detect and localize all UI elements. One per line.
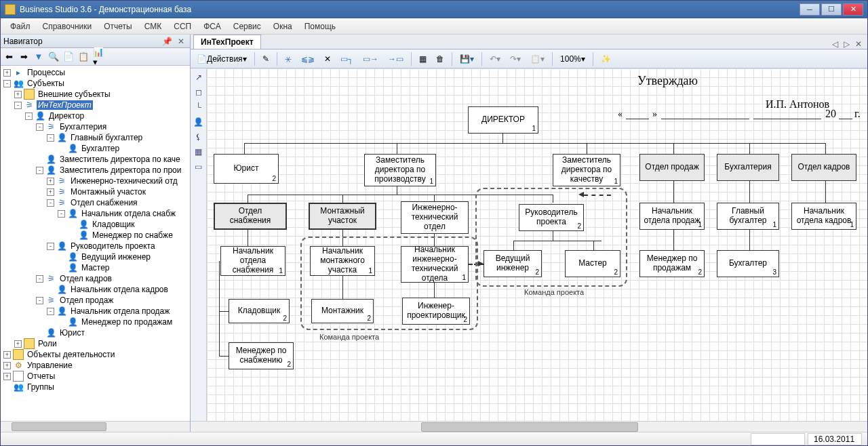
tree-row[interactable]: 👤Бухгалтер bbox=[1, 143, 190, 154]
menu-windows[interactable]: Окна bbox=[268, 19, 298, 34]
box-itd[interactable]: Инженерно-технический отдел bbox=[401, 201, 469, 234]
canvas-hscroll[interactable] bbox=[191, 421, 867, 432]
nav-close-icon[interactable]: ✕ bbox=[175, 37, 187, 46]
nav-report-icon[interactable]: 📊▾ bbox=[93, 52, 104, 62]
collapse-icon[interactable]: - bbox=[36, 167, 43, 174]
nav-prop-icon[interactable]: 📋 bbox=[78, 52, 89, 62]
collapse-icon[interactable]: - bbox=[25, 113, 33, 120]
pin-icon[interactable]: 📌 bbox=[159, 37, 175, 46]
tree-row[interactable]: -👥Субъекты bbox=[1, 78, 190, 89]
tree-row[interactable]: 👤Ведущий инженер bbox=[1, 251, 190, 262]
pal-conn-icon[interactable]: └ bbox=[193, 101, 205, 113]
hier-icon[interactable]: ⚹ bbox=[281, 52, 295, 66]
tab-next-icon[interactable]: ▷ bbox=[841, 39, 852, 49]
pal-person-icon[interactable]: 👤 bbox=[193, 116, 205, 128]
tree-row[interactable]: 👤Кладовщик bbox=[1, 219, 190, 230]
undo-icon[interactable]: ↶▾ bbox=[486, 52, 504, 66]
canvas[interactable]: Утверждаю « » И.П. Антонов 20 г. ДИРЕКТО… bbox=[207, 68, 867, 421]
box-ing-proekt[interactable]: Инженер-проектировщик2 bbox=[402, 298, 470, 325]
nav-new-icon[interactable]: 📄 bbox=[63, 52, 74, 62]
tab-prev-icon[interactable]: ◁ bbox=[829, 39, 841, 49]
cut-icon[interactable]: 📋▾ bbox=[527, 52, 548, 66]
box-zam-kach[interactable]: Заместитель директора по качеству1 bbox=[553, 154, 620, 186]
box-men-prodazh[interactable]: Менеджер по продажам2 bbox=[639, 250, 705, 277]
box-mont-uch[interactable]: Монтажный участок bbox=[309, 203, 376, 230]
minimize-button[interactable]: ─ bbox=[800, 3, 820, 16]
collapse-icon[interactable]: - bbox=[3, 80, 11, 87]
expand-icon[interactable]: + bbox=[3, 362, 11, 369]
box-glav-buh[interactable]: Главный бухгалтер1 bbox=[717, 203, 779, 230]
tree-row[interactable]: +⚞Монтажный участок bbox=[1, 186, 190, 197]
tree-row[interactable]: 👤Менеджер по продажам bbox=[1, 317, 190, 327]
sparkle-icon[interactable]: ✨ bbox=[597, 52, 614, 66]
delete-icon[interactable]: 🗑 bbox=[433, 52, 448, 66]
tree-row[interactable]: -👤Начальник отдела продаж bbox=[1, 306, 190, 317]
box-buhgalteria[interactable]: Бухгалтерия bbox=[717, 154, 779, 181]
box-nach-kadrov[interactable]: Начальник отдела кадров1 bbox=[791, 203, 856, 230]
pal-text-icon[interactable]: ▭ bbox=[193, 161, 205, 173]
tools-icon[interactable]: ✕ bbox=[321, 52, 334, 66]
box-zam-proizv[interactable]: Заместитель директора по производству1 bbox=[364, 154, 436, 186]
nav-fwd-icon[interactable]: ➡ bbox=[18, 52, 29, 62]
box-director[interactable]: ДИРЕКТОР1 bbox=[468, 106, 538, 134]
tree-row[interactable]: +⚙Управление bbox=[1, 360, 190, 371]
tree-row[interactable]: +Роли bbox=[1, 338, 190, 349]
box-nach-snab[interactable]: Начальник отдела снабжения1 bbox=[220, 246, 285, 276]
box-otdel-prodazh[interactable]: Отдел продаж bbox=[639, 154, 705, 181]
pal-ptr-icon[interactable]: ↗ bbox=[193, 71, 205, 83]
nav-scrollbar[interactable] bbox=[1, 421, 190, 432]
pal-grid-icon[interactable]: ▦ bbox=[193, 146, 205, 158]
close-button[interactable]: ✕ bbox=[843, 3, 863, 16]
layout2-icon[interactable]: ▭→ bbox=[359, 52, 382, 66]
titlebar[interactable]: Business Studio 3.6 - Демонстрационная б… bbox=[1, 1, 867, 18]
tree-row[interactable]: -⚞Бухгалтерия bbox=[1, 121, 190, 132]
menu-service[interactable]: Сервис bbox=[228, 19, 267, 34]
navigator-tree[interactable]: +▸Процессы-👥Субъекты+Внешние субъекты-⚞И… bbox=[1, 66, 190, 421]
box-otdel-snab[interactable]: Отдел снабжения bbox=[214, 203, 287, 230]
actions-button[interactable]: 📄 Действия ▾ bbox=[193, 52, 250, 66]
tree-row[interactable]: -⚞Отдел снабжения bbox=[1, 197, 190, 208]
layout3-icon[interactable]: →▭ bbox=[384, 52, 407, 66]
menu-file[interactable]: Файл bbox=[5, 19, 36, 34]
tree-row[interactable]: +▸Процессы bbox=[1, 67, 190, 78]
tree-row[interactable]: -⚞Отдел продаж bbox=[1, 295, 190, 306]
tree-row[interactable]: -👤Начальник отдела снабж bbox=[1, 208, 190, 219]
tree-row[interactable]: +Внешние субъекты bbox=[1, 89, 190, 100]
menu-help[interactable]: Помощь bbox=[299, 19, 341, 34]
save-icon[interactable]: 💾▾ bbox=[456, 52, 477, 66]
menu-refs[interactable]: Справочники bbox=[37, 19, 98, 34]
nav-back-icon[interactable]: ⬅ bbox=[3, 52, 14, 62]
collapse-icon[interactable]: - bbox=[36, 297, 43, 304]
box-jurist[interactable]: Юрист2 bbox=[214, 154, 279, 184]
auto-icon[interactable]: ⫹⫺ bbox=[298, 52, 318, 66]
select-icon[interactable]: ▦ bbox=[416, 52, 430, 66]
pal-node-icon[interactable]: ◻ bbox=[193, 86, 205, 98]
box-otdel-kadrov[interactable]: Отдел кадров bbox=[791, 154, 856, 181]
maximize-button[interactable]: ☐ bbox=[821, 3, 842, 16]
nav-find-icon[interactable]: 🔍 bbox=[48, 52, 59, 62]
menu-fsa[interactable]: ФСА bbox=[198, 19, 226, 34]
tree-row[interactable]: 👤Мастер bbox=[1, 262, 190, 273]
redo-icon[interactable]: ↷▾ bbox=[507, 52, 524, 66]
nav-filter-icon[interactable]: ▼ bbox=[33, 52, 44, 62]
collapse-icon[interactable]: - bbox=[47, 308, 54, 315]
tree-row[interactable]: 👥Группы bbox=[1, 382, 190, 392]
menu-smk[interactable]: СМК bbox=[139, 19, 167, 34]
box-buhgalter[interactable]: Бухгалтер3 bbox=[717, 250, 779, 277]
collapse-icon[interactable]: - bbox=[47, 243, 54, 250]
tree-row[interactable]: -⚞ИнТехПроект bbox=[1, 100, 190, 110]
tree-row[interactable]: +Объекты деятельности bbox=[1, 349, 190, 360]
tab-close-icon[interactable]: ✕ bbox=[852, 39, 865, 49]
tree-row[interactable]: -👤Заместитель директора по прои bbox=[1, 165, 190, 176]
edit-icon[interactable]: ✎ bbox=[259, 52, 273, 66]
tree-row[interactable]: -👤Руководитель проекта bbox=[1, 241, 190, 251]
menu-ssp[interactable]: ССП bbox=[168, 19, 197, 34]
tree-row[interactable]: 👤Заместитель директора по каче bbox=[1, 154, 190, 165]
box-kladov[interactable]: Кладовщик2 bbox=[229, 299, 290, 323]
tree-row[interactable]: -👤Главный бухгалтер bbox=[1, 132, 190, 143]
layout1-icon[interactable]: ▭┐ bbox=[337, 52, 357, 66]
expand-icon[interactable]: + bbox=[47, 178, 54, 185]
collapse-icon[interactable]: - bbox=[36, 123, 43, 131]
box-nach-prodazh[interactable]: Начальник отдела продаж1 bbox=[639, 203, 705, 230]
expand-icon[interactable]: + bbox=[3, 351, 11, 359]
